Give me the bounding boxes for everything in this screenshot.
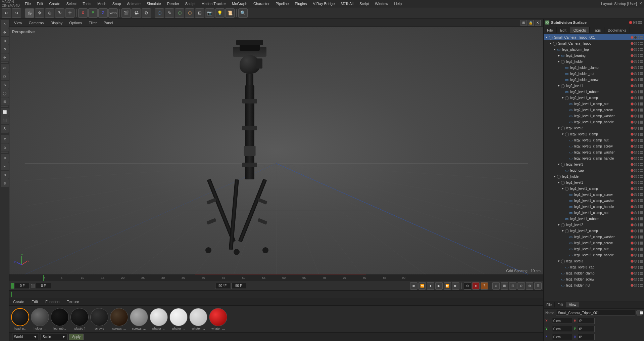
table-row[interactable]: ▼ ◯ leg1_level2_clamp — [544, 228, 644, 234]
world-coord-button[interactable]: WCS — [108, 8, 118, 18]
material-whater-1[interactable]: whater_... — [150, 308, 168, 330]
coord-z-input[interactable] — [552, 334, 572, 340]
table-row[interactable]: ▭ leg2_level1_rubber — [544, 89, 644, 95]
table-row[interactable]: ▭ leg2_level2_clamp_washer — [544, 149, 644, 155]
auto-record-button[interactable]: ● — [472, 282, 480, 290]
object-list[interactable]: ▼ ◯ Small_Camera_Tripod_001 ▼ ◯ — [544, 34, 644, 301]
table-row[interactable]: ▭ leg1_holder_clamp — [544, 270, 644, 276]
menu-snap[interactable]: Snap — [110, 1, 124, 6]
tab-bookmarks[interactable]: Bookmarks — [604, 27, 630, 33]
keyframe-nav-5[interactable]: ⊛ — [526, 282, 533, 290]
scale-button[interactable]: ⊕ — [45, 8, 54, 18]
table-row[interactable]: ▭ leg1_level1_rubber — [544, 216, 644, 222]
table-row[interactable]: ▼ ◯ leg1_holder — [544, 173, 644, 179]
menu-create[interactable]: Create — [47, 1, 63, 6]
left-tool-4[interactable]: ↻ — [1, 45, 9, 53]
subdiv-check-toggle[interactable]: ✓ — [633, 21, 637, 24]
table-row[interactable]: ▭ leg1_level2_clamp_washer — [544, 234, 644, 240]
table-row[interactable]: ▭ leg2_holder_nut — [544, 71, 644, 77]
viewport-close-icon[interactable]: ✕ — [535, 20, 541, 26]
table-row[interactable]: ▼ ◯ leg1_level2 — [544, 222, 644, 228]
table-row[interactable]: ▼ ◯ leg2_holder — [544, 58, 644, 65]
frame-rate-field[interactable] — [215, 283, 230, 289]
expand-arrow[interactable]: ▼ — [557, 181, 560, 184]
tab-file[interactable]: File — [544, 27, 557, 33]
coord-h-input[interactable] — [578, 318, 595, 324]
table-row[interactable]: ▼ ◯ leg2_level1_clamp — [544, 95, 644, 101]
material-holder[interactable]: holder_... — [31, 308, 49, 330]
keyframe-nav-4[interactable]: ⊙ — [517, 282, 525, 290]
timeline-settings[interactable]: ☰ — [534, 282, 542, 290]
menu-3dtoall[interactable]: 3DToAll — [338, 1, 356, 6]
menu-simulate[interactable]: Simulate — [144, 1, 164, 6]
table-row[interactable]: ▭ leg1_level1_clamp_washer — [544, 198, 644, 204]
expand-arrow[interactable]: ▼ — [557, 84, 560, 87]
material-plastic-1[interactable]: plastic [ — [70, 308, 89, 330]
light-button[interactable]: 💡 — [215, 8, 225, 18]
table-row[interactable]: ▼ ◯ leg1_level3 — [544, 258, 644, 264]
left-tool-11[interactable]: ⬜ — [1, 108, 9, 116]
table-row[interactable]: ▶ ▭ leg2_bearing — [544, 52, 644, 58]
table-row[interactable]: ▼ ◯ leg2_level1 — [544, 83, 644, 89]
world-dropdown[interactable]: World ▼ — [12, 334, 39, 340]
tab-objects[interactable]: Objects — [570, 27, 590, 33]
left-tool-5[interactable]: ✛ — [1, 53, 9, 61]
material-function-btn[interactable]: Function — [43, 299, 61, 304]
viewport-panel-menu[interactable]: Panel — [102, 20, 115, 26]
menu-mograph[interactable]: MoGraph — [229, 1, 250, 6]
table-row[interactable]: ▼ ◯ leg1_level1 — [544, 179, 644, 185]
menu-script[interactable]: Script — [357, 1, 371, 6]
camera-button[interactable]: 📷 — [205, 8, 214, 18]
expand-arrow[interactable]: ▼ — [545, 36, 548, 39]
scale-dropdown[interactable]: Scale ▼ — [41, 334, 67, 340]
expand-arrow[interactable]: ▼ — [553, 48, 556, 51]
table-row[interactable]: ▭ leg2_level2_clamp_nut — [544, 137, 644, 143]
material-edit-btn[interactable]: Edit — [30, 299, 40, 304]
left-tool-10[interactable]: ⊞ — [1, 97, 9, 105]
live-select-button[interactable]: ◎ — [25, 8, 34, 18]
menu-animate[interactable]: Animate — [125, 1, 143, 6]
menu-select[interactable]: Select — [64, 1, 80, 6]
menu-help[interactable]: Help — [391, 1, 404, 6]
table-row[interactable]: ▭ leg1_level1_clamp_nut — [544, 210, 644, 216]
close-icon[interactable]: ✕ — [639, 1, 642, 6]
left-tool-17[interactable]: ✂ — [1, 162, 9, 170]
subdiv-dot-red[interactable] — [629, 21, 632, 24]
material-plastic-2[interactable]: screws — [90, 308, 108, 330]
menu-window[interactable]: Window — [372, 1, 391, 6]
play-button[interactable]: ▶ — [435, 282, 443, 290]
menu-edit[interactable]: Edit — [34, 1, 46, 6]
left-tool-8[interactable]: ✎ — [1, 81, 9, 89]
expand-arrow[interactable]: ▼ — [553, 175, 556, 178]
viewport-cameras-menu[interactable]: Cameras — [27, 20, 46, 26]
viewport-3d[interactable]: Perspective — [9, 27, 543, 274]
expand-arrow[interactable]: ▼ — [557, 223, 560, 226]
table-row[interactable]: ▭ leg1_level1_clamp_screw — [544, 191, 644, 198]
table-row[interactable]: ▭ leg2_holder_clamp — [544, 65, 644, 71]
coord-x-input[interactable] — [552, 318, 572, 324]
undo-button[interactable]: ↩ — [2, 8, 11, 18]
render-button[interactable]: 🎬 — [121, 8, 131, 18]
table-row[interactable]: ▭ leg2_level1_clamp_nut — [544, 101, 644, 107]
table-row[interactable]: ▭ leg1_level2_clamp_screw — [544, 240, 644, 246]
material-head[interactable]: head_p... — [11, 308, 29, 330]
table-row[interactable]: ▼ ◯ leg2_level2_clamp — [544, 131, 644, 137]
left-tool-16[interactable]: ⊛ — [1, 154, 9, 162]
material-whater-2[interactable]: whater_... — [169, 308, 188, 330]
table-row[interactable]: ▭ leg2_holder_screw — [544, 77, 644, 83]
table-row[interactable]: ▼ ◯ Small_Camera_Tripod — [544, 40, 644, 46]
name-edit-icon[interactable]: ⬛ ⬜ — [637, 310, 642, 315]
render-view-button[interactable]: 📽 — [132, 8, 141, 18]
coord-y-input[interactable] — [552, 326, 572, 332]
table-row[interactable]: ▼ ◯ leg2_level2 — [544, 125, 644, 131]
menu-mesh[interactable]: Mesh — [95, 1, 109, 6]
current-frame-field[interactable] — [36, 283, 51, 289]
expand-arrow[interactable]: ▼ — [561, 187, 564, 190]
timeline-track[interactable] — [9, 291, 543, 298]
transform-button[interactable]: ✛ — [65, 8, 75, 18]
cube-button[interactable]: ⬡ — [155, 8, 164, 18]
material-leg-rubber[interactable]: leg_rub... — [51, 308, 69, 330]
menu-sculpt[interactable]: Sculpt — [183, 1, 198, 6]
expand-arrow[interactable]: ▶ — [557, 54, 560, 57]
expand-arrow[interactable]: ▼ — [561, 133, 564, 136]
